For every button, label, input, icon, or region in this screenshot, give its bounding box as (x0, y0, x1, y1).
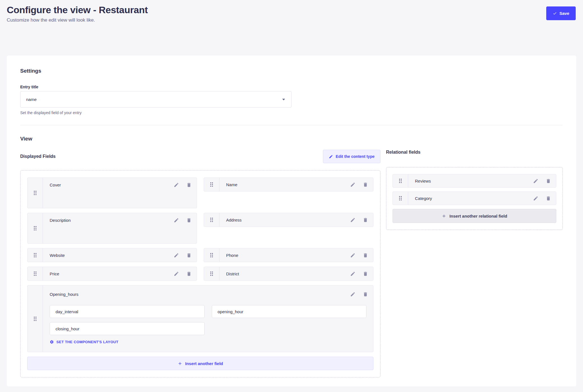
trash-icon (363, 253, 368, 258)
trash-icon (186, 271, 192, 276)
field-card-name: Name (204, 177, 373, 192)
relational-fields-column: Relational fields Reviews (386, 150, 563, 230)
set-component-layout-link[interactable]: SET THE COMPONENT'S LAYOUT (50, 340, 118, 344)
edit-field-button[interactable] (174, 218, 179, 223)
edit-field-button[interactable] (350, 217, 355, 223)
drag-handle[interactable] (204, 248, 219, 262)
field-label: Website (50, 253, 174, 258)
page-subtitle: Customize how the edit view will look li… (7, 17, 576, 23)
edit-field-button[interactable] (533, 178, 538, 184)
drag-dots-icon (32, 315, 38, 322)
edit-field-button[interactable] (174, 253, 179, 258)
edit-field-button[interactable] (350, 271, 355, 276)
check-icon (553, 11, 557, 15)
drag-dots-icon (32, 225, 38, 232)
field-label: Reviews (415, 179, 533, 183)
component-subfield-day-interval[interactable]: day_interval (50, 305, 205, 318)
delete-field-button[interactable] (363, 271, 368, 276)
drag-dots-icon (208, 181, 215, 188)
trash-icon (363, 292, 368, 297)
insert-another-relational-field-button[interactable]: Insert another relational field (393, 209, 556, 223)
relational-fields-heading: Relational fields (386, 150, 421, 155)
save-button[interactable]: Save (546, 6, 576, 20)
delete-field-button[interactable] (363, 182, 368, 187)
field-card-website: Website (27, 248, 197, 262)
set-component-layout-label: SET THE COMPONENT'S LAYOUT (56, 340, 118, 344)
drag-handle[interactable] (27, 267, 43, 280)
field-label: District (226, 271, 350, 276)
drag-dots-icon (208, 252, 215, 259)
drag-handle[interactable] (27, 285, 43, 352)
drag-handle[interactable] (27, 213, 43, 243)
relational-fields-dropzone: Reviews C (386, 167, 563, 230)
drag-dots-icon (32, 252, 38, 259)
entry-title-block: Entry title name Set the displayed field… (20, 85, 292, 115)
delete-field-button[interactable] (186, 182, 192, 188)
drag-handle[interactable] (393, 192, 408, 205)
entry-title-label: Entry title (20, 85, 292, 89)
field-label: Price (50, 271, 174, 276)
pencil-icon (350, 253, 355, 258)
subfield-label: closing_hour (56, 326, 79, 331)
entry-title-select[interactable]: name (20, 91, 292, 108)
relational-card-category: Category (393, 192, 556, 205)
component-label: Opening_hours (50, 292, 350, 297)
pencil-icon (329, 155, 333, 159)
pencil-icon (350, 271, 355, 276)
pencil-icon (174, 182, 179, 188)
entry-title-helper: Set the displayed field of your entry (20, 110, 292, 115)
delete-field-button[interactable] (363, 253, 368, 258)
trash-icon (186, 182, 192, 188)
field-card-description: Description (27, 213, 197, 244)
trash-icon (186, 253, 192, 258)
field-label: Cover (50, 183, 174, 187)
delete-field-button[interactable] (186, 271, 192, 276)
field-card-address: Address (204, 213, 373, 227)
edit-field-button[interactable] (350, 182, 355, 187)
plus-icon (442, 214, 446, 218)
subfield-label: day_interval (56, 309, 78, 314)
component-card-opening-hours: Opening_hours day_interval (27, 285, 373, 352)
configure-view-card: Settings Entry title name Set the displa… (7, 56, 576, 386)
field-label: Category (415, 196, 533, 201)
insert-another-field-button[interactable]: Insert another field (27, 357, 373, 370)
relational-card-reviews: Reviews (393, 174, 556, 188)
settings-heading: Settings (20, 68, 563, 74)
delete-field-button[interactable] (363, 292, 368, 297)
delete-field-button[interactable] (363, 217, 368, 223)
edit-field-button[interactable] (350, 253, 355, 258)
delete-field-button[interactable] (186, 253, 192, 258)
component-subfield-opening-hour[interactable]: opening_hour (212, 305, 367, 318)
save-button-label: Save (559, 11, 569, 16)
edit-field-button[interactable] (174, 182, 179, 188)
pencil-icon (350, 217, 355, 223)
edit-content-type-button[interactable]: Edit the content type (323, 150, 380, 163)
delete-field-button[interactable] (546, 178, 551, 184)
drag-handle[interactable] (27, 178, 43, 208)
drag-dots-icon (397, 195, 403, 202)
field-label: Name (226, 182, 350, 187)
gear-icon (50, 340, 54, 344)
trash-icon (363, 271, 368, 276)
edit-field-button[interactable] (350, 292, 355, 297)
edit-field-button[interactable] (174, 271, 179, 276)
drag-handle[interactable] (204, 213, 219, 227)
trash-icon (363, 182, 368, 187)
pencil-icon (174, 218, 179, 223)
section-divider (20, 125, 563, 125)
component-subfield-closing-hour[interactable]: closing_hour (50, 322, 205, 335)
field-label: Phone (226, 253, 350, 258)
drag-handle[interactable] (27, 248, 43, 262)
delete-field-button[interactable] (546, 196, 551, 201)
drag-handle[interactable] (204, 178, 219, 191)
delete-field-button[interactable] (186, 218, 192, 223)
drag-handle[interactable] (393, 174, 408, 187)
field-card-district: District (204, 267, 373, 281)
entry-title-selected-value: name (26, 97, 37, 102)
field-card-price: Price (27, 267, 197, 281)
displayed-fields-column: Displayed Fields Edit the content type C… (20, 150, 380, 377)
drag-handle[interactable] (204, 267, 219, 280)
edit-content-type-label: Edit the content type (336, 154, 375, 159)
trash-icon (186, 218, 192, 223)
edit-field-button[interactable] (533, 196, 538, 201)
